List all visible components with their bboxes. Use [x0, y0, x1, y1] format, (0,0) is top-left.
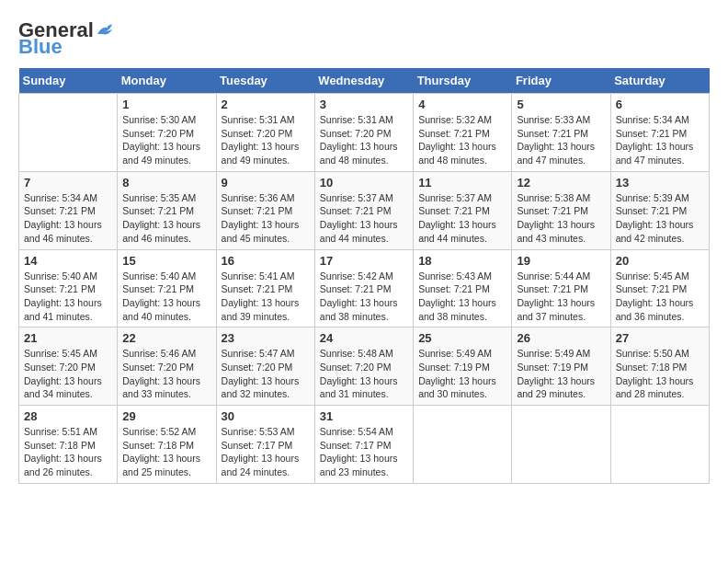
- day-info: Sunrise: 5:38 AMSunset: 7:21 PMDaylight:…: [517, 191, 605, 246]
- day-info: Sunrise: 5:54 AMSunset: 7:17 PMDaylight:…: [320, 425, 408, 479]
- weekday-wednesday: Wednesday: [314, 68, 413, 94]
- day-cell: 16Sunrise: 5:41 AMSunset: 7:21 PMDayligh…: [216, 249, 314, 327]
- day-cell: 30Sunrise: 5:53 AMSunset: 7:17 PMDayligh…: [216, 406, 314, 484]
- week-row-4: 28Sunrise: 5:51 AMSunset: 7:18 PMDayligh…: [19, 406, 710, 484]
- weekday-tuesday: Tuesday: [216, 68, 314, 94]
- day-info: Sunrise: 5:40 AMSunset: 7:21 PMDaylight:…: [122, 270, 210, 324]
- day-number: 28: [24, 409, 112, 423]
- day-number: 15: [122, 254, 210, 268]
- day-cell: [19, 94, 118, 172]
- day-number: 8: [122, 176, 210, 190]
- day-number: 2: [222, 98, 310, 111]
- day-number: 5: [517, 98, 605, 111]
- day-cell: 25Sunrise: 5:49 AMSunset: 7:19 PMDayligh…: [414, 327, 512, 406]
- day-cell: 15Sunrise: 5:40 AMSunset: 7:21 PMDayligh…: [118, 249, 216, 327]
- weekday-thursday: Thursday: [414, 68, 512, 94]
- logo-bird-icon: [96, 23, 116, 38]
- day-number: 11: [418, 176, 506, 190]
- day-number: 21: [24, 331, 112, 345]
- week-row-0: 1Sunrise: 5:30 AMSunset: 7:20 PMDaylight…: [19, 94, 710, 172]
- day-info: Sunrise: 5:37 AMSunset: 7:21 PMDaylight:…: [418, 191, 506, 246]
- day-info: Sunrise: 5:49 AMSunset: 7:19 PMDaylight:…: [517, 347, 605, 401]
- day-info: Sunrise: 5:40 AMSunset: 7:21 PMDaylight:…: [24, 270, 112, 324]
- day-number: 18: [418, 254, 506, 268]
- day-info: Sunrise: 5:33 AMSunset: 7:21 PMDaylight:…: [517, 113, 605, 167]
- day-cell: [610, 406, 709, 484]
- logo: General Blue: [18, 18, 116, 59]
- weekday-saturday: Saturday: [610, 68, 709, 94]
- day-number: 24: [320, 331, 408, 345]
- day-number: 13: [616, 176, 704, 190]
- day-info: Sunrise: 5:32 AMSunset: 7:21 PMDaylight:…: [418, 113, 506, 167]
- day-info: Sunrise: 5:53 AMSunset: 7:17 PMDaylight:…: [222, 425, 310, 479]
- day-number: 20: [616, 254, 704, 268]
- day-cell: 7Sunrise: 5:34 AMSunset: 7:21 PMDaylight…: [19, 171, 118, 249]
- day-cell: 27Sunrise: 5:50 AMSunset: 7:18 PMDayligh…: [610, 327, 709, 406]
- day-number: 14: [24, 254, 112, 268]
- day-cell: 2Sunrise: 5:31 AMSunset: 7:20 PMDaylight…: [216, 94, 314, 172]
- day-info: Sunrise: 5:44 AMSunset: 7:21 PMDaylight:…: [517, 270, 605, 324]
- day-number: 1: [122, 98, 210, 111]
- week-row-2: 14Sunrise: 5:40 AMSunset: 7:21 PMDayligh…: [19, 249, 710, 327]
- day-number: 22: [122, 331, 210, 345]
- day-info: Sunrise: 5:49 AMSunset: 7:19 PMDaylight:…: [418, 347, 506, 401]
- week-row-3: 21Sunrise: 5:45 AMSunset: 7:20 PMDayligh…: [19, 327, 710, 406]
- day-cell: 24Sunrise: 5:48 AMSunset: 7:20 PMDayligh…: [314, 327, 413, 406]
- day-cell: 20Sunrise: 5:45 AMSunset: 7:21 PMDayligh…: [610, 249, 709, 327]
- day-cell: 4Sunrise: 5:32 AMSunset: 7:21 PMDaylight…: [414, 94, 512, 172]
- day-number: 16: [222, 254, 310, 268]
- day-info: Sunrise: 5:31 AMSunset: 7:20 PMDaylight:…: [222, 113, 310, 167]
- logo-blue: Blue: [18, 35, 63, 59]
- day-cell: 29Sunrise: 5:52 AMSunset: 7:18 PMDayligh…: [118, 406, 216, 484]
- day-info: Sunrise: 5:39 AMSunset: 7:21 PMDaylight:…: [616, 191, 704, 246]
- day-info: Sunrise: 5:37 AMSunset: 7:21 PMDaylight:…: [320, 191, 408, 246]
- day-info: Sunrise: 5:47 AMSunset: 7:20 PMDaylight:…: [222, 347, 310, 401]
- day-cell: 1Sunrise: 5:30 AMSunset: 7:20 PMDaylight…: [118, 94, 216, 172]
- day-cell: 12Sunrise: 5:38 AMSunset: 7:21 PMDayligh…: [512, 171, 610, 249]
- day-number: 10: [320, 176, 408, 190]
- calendar-table: SundayMondayTuesdayWednesdayThursdayFrid…: [18, 68, 710, 484]
- day-cell: 26Sunrise: 5:49 AMSunset: 7:19 PMDayligh…: [512, 327, 610, 406]
- day-cell: 9Sunrise: 5:36 AMSunset: 7:21 PMDaylight…: [216, 171, 314, 249]
- day-number: 9: [222, 176, 310, 190]
- day-number: 7: [24, 176, 112, 190]
- day-number: 6: [616, 98, 704, 111]
- day-info: Sunrise: 5:31 AMSunset: 7:20 PMDaylight:…: [320, 113, 408, 167]
- weekday-header-row: SundayMondayTuesdayWednesdayThursdayFrid…: [19, 68, 710, 94]
- day-cell: 21Sunrise: 5:45 AMSunset: 7:20 PMDayligh…: [19, 327, 118, 406]
- day-number: 12: [517, 176, 605, 190]
- day-cell: [512, 406, 610, 484]
- day-info: Sunrise: 5:45 AMSunset: 7:21 PMDaylight:…: [616, 270, 704, 324]
- day-number: 25: [418, 331, 506, 345]
- day-cell: 6Sunrise: 5:34 AMSunset: 7:21 PMDaylight…: [610, 94, 709, 172]
- day-cell: 23Sunrise: 5:47 AMSunset: 7:20 PMDayligh…: [216, 327, 314, 406]
- day-number: 3: [320, 98, 408, 111]
- day-cell: 28Sunrise: 5:51 AMSunset: 7:18 PMDayligh…: [19, 406, 118, 484]
- day-number: 30: [222, 409, 310, 423]
- day-cell: 8Sunrise: 5:35 AMSunset: 7:21 PMDaylight…: [118, 171, 216, 249]
- day-cell: 13Sunrise: 5:39 AMSunset: 7:21 PMDayligh…: [610, 171, 709, 249]
- day-cell: 18Sunrise: 5:43 AMSunset: 7:21 PMDayligh…: [414, 249, 512, 327]
- weekday-monday: Monday: [118, 68, 216, 94]
- weekday-sunday: Sunday: [19, 68, 118, 94]
- day-info: Sunrise: 5:52 AMSunset: 7:18 PMDaylight:…: [122, 425, 210, 479]
- day-info: Sunrise: 5:50 AMSunset: 7:18 PMDaylight:…: [616, 347, 704, 401]
- day-number: 31: [320, 409, 408, 423]
- day-number: 17: [320, 254, 408, 268]
- day-info: Sunrise: 5:34 AMSunset: 7:21 PMDaylight:…: [616, 113, 704, 167]
- day-info: Sunrise: 5:48 AMSunset: 7:20 PMDaylight:…: [320, 347, 408, 401]
- day-number: 29: [122, 409, 210, 423]
- day-info: Sunrise: 5:42 AMSunset: 7:21 PMDaylight:…: [320, 270, 408, 324]
- day-info: Sunrise: 5:36 AMSunset: 7:21 PMDaylight:…: [222, 191, 310, 246]
- week-row-1: 7Sunrise: 5:34 AMSunset: 7:21 PMDaylight…: [19, 171, 710, 249]
- day-number: 27: [616, 331, 704, 345]
- day-cell: 5Sunrise: 5:33 AMSunset: 7:21 PMDaylight…: [512, 94, 610, 172]
- page-header: General Blue: [18, 18, 710, 59]
- day-info: Sunrise: 5:41 AMSunset: 7:21 PMDaylight:…: [222, 270, 310, 324]
- day-cell: 11Sunrise: 5:37 AMSunset: 7:21 PMDayligh…: [414, 171, 512, 249]
- day-info: Sunrise: 5:46 AMSunset: 7:20 PMDaylight:…: [122, 347, 210, 401]
- day-cell: 10Sunrise: 5:37 AMSunset: 7:21 PMDayligh…: [314, 171, 413, 249]
- day-number: 4: [418, 98, 506, 111]
- day-info: Sunrise: 5:45 AMSunset: 7:20 PMDaylight:…: [24, 347, 112, 401]
- day-cell: 17Sunrise: 5:42 AMSunset: 7:21 PMDayligh…: [314, 249, 413, 327]
